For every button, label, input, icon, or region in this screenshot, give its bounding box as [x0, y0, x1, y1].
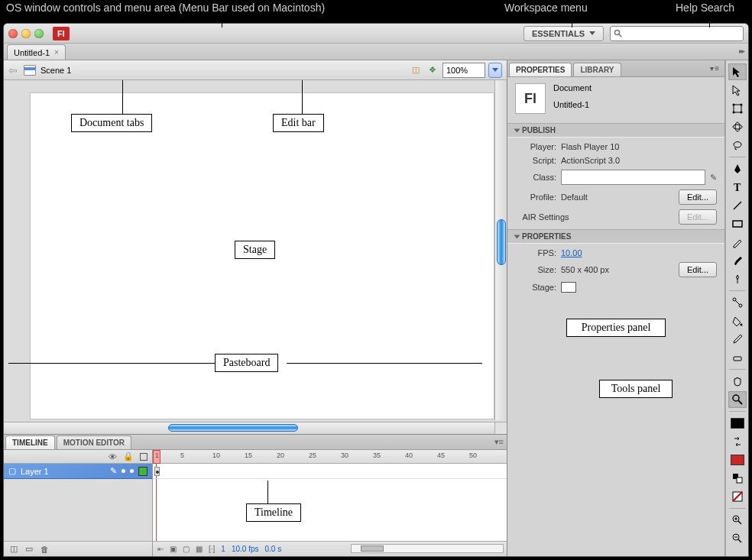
new-layer-icon[interactable]: ◫: [8, 544, 19, 555]
delete-layer-icon[interactable]: 🗑: [39, 544, 50, 555]
edit-size-button[interactable]: Edit...: [679, 262, 717, 277]
help-search-input[interactable]: [626, 29, 740, 38]
svg-point-3: [732, 104, 734, 106]
lock-icon[interactable]: 🔒: [123, 452, 134, 461]
no-color-icon[interactable]: [728, 488, 747, 505]
back-button[interactable]: ⇦: [8, 64, 18, 76]
zoom-value: 100%: [446, 66, 468, 75]
rectangle-tool-icon[interactable]: [728, 215, 747, 232]
zoom-input[interactable]: 100%: [442, 63, 485, 78]
svg-text:T: T: [734, 182, 741, 193]
layer-row[interactable]: ▢ Layer 1 ✎: [4, 464, 152, 479]
edit-scene-icon[interactable]: ◫: [409, 64, 423, 76]
ruler-tick: 5: [180, 452, 184, 459]
help-search[interactable]: [610, 26, 744, 41]
frame-row[interactable]: [153, 464, 507, 479]
frames-body[interactable]: Timeline: [153, 464, 507, 541]
visibility-dot-icon[interactable]: [122, 469, 125, 473]
frames-scrollbar[interactable]: [351, 544, 504, 553]
collapse-arrows-icon[interactable]: ▸▸: [739, 47, 744, 55]
document-tab[interactable]: Untitled-1 ×: [7, 44, 66, 60]
swap-colors-icon[interactable]: [728, 433, 747, 450]
onion-marker-icon[interactable]: [·]: [209, 545, 215, 553]
default-colors-icon[interactable]: [728, 470, 747, 487]
properties-section-header[interactable]: PROPERTIES: [507, 229, 724, 244]
publish-section-header[interactable]: PUBLISH: [507, 123, 724, 138]
eyedropper-tool-icon[interactable]: [728, 331, 747, 348]
fps-value[interactable]: 10.00: [561, 248, 582, 257]
center-frame-icon[interactable]: ⇤: [157, 545, 164, 553]
fill-color-swatch[interactable]: [728, 452, 747, 468]
edit-air-button: Edit...: [679, 209, 717, 225]
paint-bucket-tool-icon[interactable]: [728, 312, 747, 329]
edit-class-icon[interactable]: ✎: [710, 173, 717, 183]
frames-scroll-thumb[interactable]: [361, 545, 384, 552]
minimize-window-icon[interactable]: [21, 29, 31, 38]
lock-dot-icon[interactable]: [130, 469, 134, 473]
onion-skin-icon[interactable]: ▣: [170, 545, 177, 553]
edit-symbol-icon[interactable]: ❖: [426, 64, 439, 76]
new-folder-icon[interactable]: ▭: [24, 544, 34, 555]
panel-menu-icon[interactable]: ▾≡: [710, 64, 720, 73]
vertical-scrollbar[interactable]: [494, 80, 507, 420]
tab-library[interactable]: LIBRARY: [573, 63, 621, 76]
stroke-color-swatch[interactable]: [728, 415, 747, 432]
subselection-tool-icon[interactable]: [728, 82, 747, 99]
outline-icon[interactable]: [140, 453, 147, 461]
callout-edit-bar: Edit bar: [273, 114, 324, 132]
app-window: Fl ESSENTIALS Untitled-1 × ▸▸ ⇦ Scene 1: [3, 23, 749, 557]
free-transform-tool-icon[interactable]: [728, 100, 747, 117]
stage-color-swatch[interactable]: [561, 282, 576, 293]
annotation-strip: OS window controls and menu area (Menu B…: [0, 0, 752, 17]
keyframe-icon[interactable]: [154, 467, 160, 476]
timeline-body: 👁 🔒 ▢ Layer 1 ✎: [4, 450, 507, 556]
ruler-tick: 1: [155, 452, 159, 459]
zoom-out-icon[interactable]: [728, 530, 747, 547]
edit-multi-icon[interactable]: ▦: [196, 545, 203, 553]
ruler-tick: 25: [309, 452, 316, 459]
deco-tool-icon[interactable]: [728, 270, 747, 287]
callout-timeline: Timeline: [246, 503, 301, 522]
bone-tool-icon[interactable]: [728, 294, 747, 311]
zoom-tool-icon[interactable]: [728, 391, 747, 408]
frame-ruler[interactable]: 1 5 10 15 20 25 30 35 40 45 50: [153, 450, 507, 464]
tab-motion-editor[interactable]: MOTION EDITOR: [57, 435, 131, 449]
ruler-tick: 10: [212, 452, 220, 459]
eraser-tool-icon[interactable]: [728, 349, 747, 366]
callout-line: [8, 363, 215, 364]
lasso-tool-icon[interactable]: [728, 137, 747, 154]
brush-tool-icon[interactable]: [728, 252, 747, 269]
timeline-panel: TIMELINE MOTION EDITOR ▾≡ 👁 🔒 ▢ Layer 1: [4, 434, 507, 556]
doc-header: Fl Document Untitled-1: [515, 83, 717, 117]
callout-stage: Stage: [235, 241, 275, 259]
air-label: AIR Settings: [515, 212, 576, 222]
line-tool-icon[interactable]: [728, 197, 747, 214]
eye-icon[interactable]: 👁: [109, 452, 117, 461]
hscroll-thumb[interactable]: [168, 424, 298, 432]
tab-timeline[interactable]: TIMELINE: [5, 435, 55, 449]
zoom-window-icon[interactable]: [34, 29, 44, 38]
close-tab-icon[interactable]: ×: [54, 48, 59, 57]
pencil-tool-icon[interactable]: [728, 234, 747, 251]
window-controls[interactable]: [8, 29, 44, 38]
vscroll-thumb[interactable]: [497, 219, 506, 265]
zoom-dropdown[interactable]: [488, 63, 502, 78]
hand-tool-icon[interactable]: [728, 373, 747, 390]
text-tool-icon[interactable]: T: [728, 179, 747, 196]
callout-line: [287, 363, 482, 364]
outline-swatch-icon[interactable]: [138, 467, 147, 476]
3d-rotation-tool-icon[interactable]: [728, 118, 747, 135]
onion-outline-icon[interactable]: ▢: [183, 545, 190, 553]
close-window-icon[interactable]: [8, 29, 18, 38]
pen-tool-icon[interactable]: [728, 160, 747, 177]
class-input[interactable]: [561, 170, 705, 185]
panel-menu-icon[interactable]: ▾≡: [494, 437, 504, 447]
horizontal-scrollbar[interactable]: [4, 422, 494, 434]
properties-body: Fl Document Untitled-1 PUBLISH Player:Fl…: [507, 77, 724, 556]
edit-profile-button[interactable]: Edit...: [679, 189, 717, 205]
workspace-menu-button[interactable]: ESSENTIALS: [523, 26, 604, 41]
frames-column: 1 5 10 15 20 25 30 35 40 45 50: [153, 450, 507, 556]
zoom-in-icon[interactable]: [728, 512, 747, 529]
tab-properties[interactable]: PROPERTIES: [509, 63, 572, 76]
selection-tool-icon[interactable]: [728, 63, 747, 80]
